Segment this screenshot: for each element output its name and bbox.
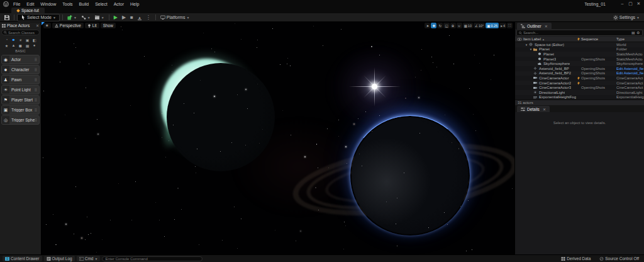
drag-handle-icon[interactable]: ⠿ (35, 67, 39, 72)
row-sequence[interactable]: OpeningShots (581, 67, 616, 71)
category-favorites-icon[interactable]: ● (32, 43, 37, 48)
tab-outliner[interactable]: Outliner ✕ (517, 23, 552, 29)
menu-select[interactable]: Select (92, 2, 110, 6)
outliner-row-cinecameraactor3[interactable]: CineCameraActor3OpeningShotsCineCameraAc… (515, 85, 644, 90)
close-icon[interactable]: ✕ (543, 107, 546, 111)
add-actor-dropdown[interactable]: ▼ (65, 14, 79, 21)
place-actor-actor[interactable]: ◉Actor⠿ (1, 55, 40, 64)
outliner-settings-icon[interactable]: ⚙ (636, 31, 640, 35)
space-scene-render[interactable] (42, 22, 514, 254)
menu-actor[interactable]: Actor (111, 2, 127, 6)
drag-handle-icon[interactable]: ⠿ (35, 57, 39, 62)
outliner-row-exponentialheightfog[interactable]: ExponentialHeightFogExponentialHeig (515, 95, 644, 100)
save-button[interactable] (3, 14, 11, 21)
platforms-dropdown[interactable]: Platforms▼ (158, 14, 192, 21)
perspective-dropdown[interactable]: Perspective (52, 23, 84, 28)
category-cinematic-icon[interactable]: ◧ (32, 37, 37, 42)
lit-dropdown[interactable]: Lit (85, 23, 99, 28)
category-all-classes-icon[interactable]: ▦ (25, 43, 30, 48)
outliner-row-space-tut-editor-[interactable]: ▾Space-tut (Editor)World (515, 42, 644, 47)
sequence-column[interactable]: Sequence (581, 37, 616, 41)
row-type-link[interactable]: Edit Asteroid_fie (616, 71, 644, 75)
category-visual-effects-icon[interactable]: ★ (4, 43, 9, 48)
outliner-row-directionallight[interactable]: DirectionalLightDirectionalLight (515, 90, 644, 95)
cmd-dropdown[interactable]: Cmd▼ (77, 256, 101, 261)
blueprints-dropdown[interactable]: ▼ (79, 14, 92, 21)
maximize-viewport-button[interactable]: ⛶ (507, 23, 513, 28)
maximize-button[interactable]: ▢ (626, 0, 635, 8)
row-sequence[interactable]: OpeningShots (581, 71, 616, 75)
menu-help[interactable]: Help (127, 2, 142, 6)
category-lights-icon[interactable]: ☀ (18, 37, 23, 42)
close-button[interactable]: ✕ (635, 0, 643, 8)
drag-handle-icon[interactable]: ⠿ (35, 88, 39, 92)
category-volumes-icon[interactable]: ◼ (18, 43, 23, 48)
viewport[interactable]: ≡ Perspective Lit Show ➤ ✚ ↻ ◱ ⊕ ∪ ▦ 10 … (42, 22, 514, 254)
settings-dropdown[interactable]: Settings▼ (611, 14, 641, 21)
place-actor-character[interactable]: ☻Character⠿ (1, 65, 40, 74)
place-actor-player-start[interactable]: ⚑Player Start⠿ (1, 95, 40, 105)
camera-speed-button[interactable]: ▸ 4 (499, 23, 506, 28)
category-shapes-icon[interactable]: ▣ (25, 37, 30, 42)
type-column[interactable]: Type (616, 37, 644, 41)
search-classes-input[interactable] (8, 31, 37, 35)
stop-button[interactable]: ■ (128, 15, 135, 20)
outliner-search[interactable]: ▤ ⚙ (516, 30, 643, 36)
outliner-row-planet[interactable]: ▾PlanetFolder (515, 47, 644, 52)
outliner-row-cinecameraactor2[interactable]: CineCameraActor2CineCameraAct (515, 81, 644, 86)
place-actors-header[interactable]: Place Actors ✕ (0, 22, 41, 29)
content-drawer-button[interactable]: Content Drawer (3, 256, 42, 261)
outliner-row-cinecameraactor[interactable]: CineCameraActorOpeningShotsCineCameraAct (515, 76, 644, 81)
move-tool-button[interactable]: ✚ (431, 23, 436, 28)
category-basic-icon[interactable]: ☻ (11, 37, 16, 42)
drag-handle-icon[interactable]: ⠿ (35, 98, 39, 102)
menu-edit[interactable]: Edit (23, 2, 37, 6)
place-actor-point-light[interactable]: ☀Point Light⠿ (1, 85, 40, 94)
console-command-input[interactable] (102, 256, 203, 261)
tab-space-tut[interactable]: Space-tut (11, 8, 45, 13)
skip-button[interactable]: ▶ (120, 15, 128, 20)
outliner-row-skyatmosphere[interactable]: SkyAtmosphereSkyAtmosphere (515, 61, 644, 66)
select-mode-dropdown[interactable]: Select Mode ▼ (17, 14, 60, 21)
minimize-button[interactable]: – (618, 0, 626, 8)
scale-snap-toggle[interactable]: ▣ 0.25 (486, 23, 499, 28)
drag-handle-icon[interactable]: ⠿ (35, 118, 39, 122)
row-sequence[interactable]: OpeningShots (581, 76, 616, 80)
category-recently-placed-icon[interactable]: ◔ (4, 37, 9, 42)
output-log-button[interactable]: Output Log (44, 256, 75, 261)
rotate-tool-button[interactable]: ↻ (437, 23, 443, 28)
rotation-snap-toggle[interactable]: ∠ 10° (474, 23, 485, 28)
row-type-link[interactable]: Edit Asteroid_fie (616, 67, 644, 71)
menu-build[interactable]: Build (76, 2, 92, 6)
outliner-row-asteroid-field-bp[interactable]: Asteroid_field_BPOpeningShotsEdit Astero… (515, 66, 644, 71)
unreal-logo-icon[interactable] (1, 1, 10, 7)
outliner-row-planet[interactable]: PlanetStaticMeshActo (515, 52, 644, 57)
close-icon[interactable]: ✕ (36, 23, 39, 28)
place-actor-trigger-box[interactable]: ▣Trigger Box⠿ (1, 105, 40, 115)
row-sequence[interactable]: OpeningShots (581, 86, 616, 89)
drag-handle-icon[interactable]: ⠿ (35, 77, 39, 82)
menu-file[interactable]: File (10, 2, 23, 6)
source-control-button[interactable]: Source Control Off (597, 256, 641, 261)
visibility-column-icon[interactable] (515, 38, 523, 41)
grid-snap-toggle[interactable]: ▦ 10 (463, 23, 473, 28)
row-sequence[interactable]: OpeningShots (581, 57, 616, 61)
scale-tool-button[interactable]: ◱ (443, 23, 449, 28)
tab-details[interactable]: Details ✕ (517, 106, 550, 112)
place-actor-pawn[interactable]: ♟Pawn⠿ (1, 75, 40, 84)
show-dropdown[interactable]: Show (101, 23, 116, 28)
derived-data-button[interactable]: Derived Data (558, 256, 593, 261)
outliner-search-input[interactable] (523, 31, 630, 35)
play-options-button[interactable]: ⋮ (144, 15, 153, 20)
drag-handle-icon[interactable]: ⠿ (35, 108, 39, 112)
menu-tools[interactable]: Tools (59, 2, 75, 6)
surface-snap-toggle[interactable]: ∪ (457, 23, 462, 28)
outliner-row-asteroid-field-bp2[interactable]: Asteroid_field_BP2OpeningShotsEdit Aster… (515, 71, 644, 76)
place-actor-trigger-sphere[interactable]: ◎Trigger Sphere⠿ (1, 115, 40, 125)
select-tool-button[interactable]: ➤ (425, 23, 430, 28)
place-actors-search[interactable] (1, 30, 40, 35)
menu-window[interactable]: Window (37, 2, 59, 6)
outliner-row-planet3[interactable]: Planet3OpeningShotsStaticMeshActo (515, 57, 644, 62)
filter-icon[interactable]: ▤ (631, 31, 635, 35)
item-label-column[interactable]: Item Label▲ (523, 37, 576, 41)
